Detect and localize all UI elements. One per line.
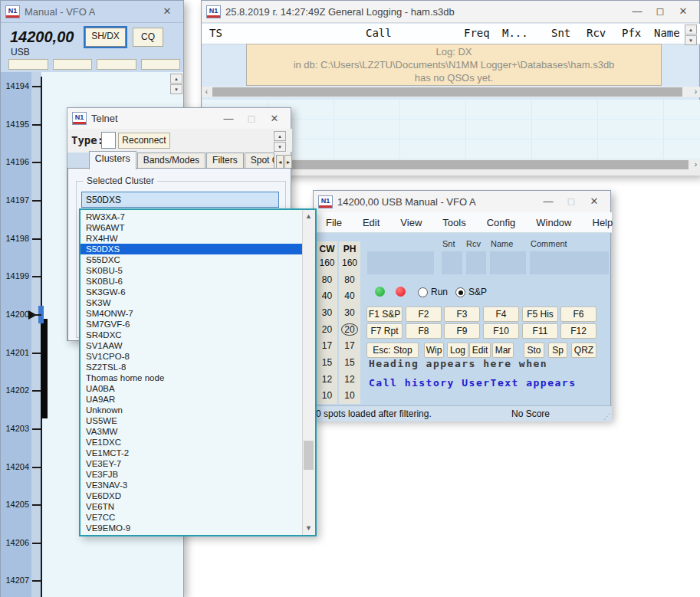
fkey-button-4[interactable]: F4: [483, 307, 519, 322]
bandmap-blank-box[interactable]: [141, 59, 181, 70]
tab-scroll-right-icon[interactable]: ▸: [284, 155, 292, 169]
bandmap-blank-box[interactable]: [8, 59, 48, 70]
ph-band-20[interactable]: 20: [339, 321, 360, 338]
cluster-list-item[interactable]: UA9AR: [81, 394, 303, 405]
tab-scroll-left-icon[interactable]: ◂: [276, 155, 284, 169]
menu-window[interactable]: Window: [536, 217, 571, 228]
cw-band-17[interactable]: 17: [317, 337, 337, 354]
log-column-header-freq[interactable]: Freq: [464, 27, 490, 39]
scroll-right-icon[interactable]: ›: [691, 87, 700, 97]
cw-band-40[interactable]: 40: [317, 287, 337, 304]
menu-help[interactable]: Help: [593, 217, 613, 228]
fkey-button-2[interactable]: F2: [406, 307, 442, 322]
menu-tools[interactable]: Tools: [442, 217, 465, 228]
resize-grip-icon[interactable]: ⋰: [603, 412, 611, 421]
shdx-button[interactable]: SH/DX: [85, 28, 126, 47]
log-column-header-ts[interactable]: TS: [209, 27, 222, 39]
log-horizontal-scrollbar-1[interactable]: ‹ ›: [202, 87, 700, 97]
log-maximize-icon[interactable]: ◻: [649, 2, 672, 21]
cw-band-30[interactable]: 30: [317, 304, 337, 321]
cluster-list-item[interactable]: S55DXC: [81, 254, 303, 265]
cluster-list-item[interactable]: SK0BU-5: [81, 265, 303, 276]
cw-band-80[interactable]: 80: [317, 271, 337, 288]
log-column-header-m[interactable]: M...: [502, 27, 528, 39]
bandmap-blank-box[interactable]: [97, 59, 136, 70]
cw-band-15[interactable]: 15: [317, 354, 337, 371]
sp-radio-label[interactable]: S&P: [468, 287, 487, 297]
action-button-mar[interactable]: Mar: [492, 343, 514, 358]
spinner-down-icon[interactable]: ▼: [170, 84, 182, 94]
fkey-button-9[interactable]: F9: [444, 323, 480, 339]
cluster-list-item[interactable]: US5WE: [81, 415, 303, 426]
fkey-button-5[interactable]: F5 His: [522, 307, 558, 322]
cluster-list-item[interactable]: RX4HW: [81, 233, 303, 244]
action-button-sp[interactable]: Sp: [548, 343, 567, 358]
cluster-list-item[interactable]: VE6DXD: [81, 490, 303, 501]
cluster-list-item[interactable]: S50DXS: [81, 244, 303, 254]
cluster-list-item[interactable]: VE3NAV-3: [81, 480, 303, 490]
telnet-spinner[interactable]: ▲▼: [274, 131, 286, 152]
spinner-up-icon[interactable]: ▲: [685, 25, 697, 34]
bandmap-blank-box[interactable]: [53, 59, 93, 70]
spinner-up-icon[interactable]: ▲: [274, 131, 286, 141]
action-button-qrz[interactable]: QRZ: [571, 343, 596, 358]
cluster-list-item[interactable]: SR4DXC: [81, 330, 303, 340]
cluster-list-item[interactable]: VE6TN: [81, 501, 303, 512]
cluster-list-item[interactable]: VE9EMO-9: [81, 523, 303, 533]
scroll-down-icon[interactable]: ▼: [303, 522, 314, 535]
cluster-list-item[interactable]: VA3MW: [81, 426, 303, 437]
name-input[interactable]: [490, 251, 526, 274]
cluster-list-item[interactable]: RW6AWT: [81, 222, 303, 233]
cq-button[interactable]: CQ: [133, 28, 163, 47]
tab-bands-modes[interactable]: Bands/Modes: [137, 153, 205, 169]
telnet-titlebar[interactable]: N1 Telnet — ◻ ✕: [67, 108, 291, 129]
action-button-wip[interactable]: Wip: [424, 343, 444, 358]
log-minimize-icon[interactable]: —: [626, 2, 649, 21]
cluster-list-item[interactable]: SV1CPO-8: [81, 351, 303, 362]
cluster-list-item[interactable]: SK0BU-6: [81, 276, 303, 287]
tab-spot-c[interactable]: Spot C: [245, 153, 275, 169]
log-column-header-rcv[interactable]: Rcv: [587, 27, 606, 39]
fkey-button-7[interactable]: F7 Rpt: [366, 323, 403, 339]
cluster-list-item[interactable]: Unknown: [81, 405, 303, 415]
menu-config[interactable]: Config: [487, 217, 516, 228]
cluster-list-item[interactable]: VE3EY-7: [81, 458, 303, 469]
cluster-list-item[interactable]: VE1DXC: [81, 437, 303, 448]
cluster-list-item[interactable]: VE7CC: [81, 512, 303, 523]
fkey-button-11[interactable]: F11: [522, 323, 558, 339]
action-button-sto[interactable]: Sto: [524, 343, 544, 358]
scroll-up-icon[interactable]: ▲: [303, 210, 314, 223]
cw-band-10[interactable]: 10: [317, 388, 337, 405]
ph-band-15[interactable]: 15: [339, 354, 360, 371]
bandmap-titlebar[interactable]: N1 Manual - VFO A ✕: [1, 1, 183, 23]
action-button-edit[interactable]: Edit: [469, 343, 491, 358]
cluster-list-item[interactable]: SM4ONW-7: [81, 308, 303, 319]
log-column-header-call[interactable]: Call: [366, 27, 392, 39]
fkey-button-1[interactable]: F1 S&P: [366, 307, 403, 322]
rcv-input[interactable]: [466, 251, 486, 274]
ph-band-80[interactable]: 80: [339, 271, 360, 288]
ph-band-12[interactable]: 12: [339, 371, 360, 388]
log-column-header-snt[interactable]: Snt: [551, 27, 570, 39]
fkey-button-6[interactable]: F6: [560, 307, 596, 322]
type-input[interactable]: [101, 132, 116, 149]
entry-titlebar[interactable]: N1 14200,00 USB Manual - VFO A — ◻ ✕: [314, 191, 610, 212]
ph-band-30[interactable]: 30: [339, 304, 360, 321]
run-radio-label[interactable]: Run: [431, 287, 448, 297]
run-radio[interactable]: [418, 287, 428, 297]
log-column-header-name[interactable]: Name: [654, 27, 680, 39]
spinner-up-icon[interactable]: ▲: [170, 74, 182, 84]
cluster-list-item[interactable]: VE1MCT-2: [81, 448, 303, 458]
action-button-escstop[interactable]: Esc: Stop: [366, 343, 419, 358]
snt-input[interactable]: [442, 251, 462, 274]
cluster-list-item[interactable]: UA0BA: [81, 383, 303, 394]
tab-clusters[interactable]: Clusters: [89, 151, 136, 169]
scroll-right-icon[interactable]: ›: [691, 159, 700, 170]
fkey-button-8[interactable]: F8: [406, 323, 442, 339]
telnet-minimize-icon[interactable]: —: [217, 109, 240, 129]
log-close-icon[interactable]: ✕: [672, 2, 695, 21]
fkey-button-3[interactable]: F3: [444, 307, 480, 322]
cluster-combobox[interactable]: S50DXS: [81, 192, 279, 208]
scroll-left-icon[interactable]: ‹: [202, 87, 212, 97]
menu-view[interactable]: View: [400, 217, 422, 228]
